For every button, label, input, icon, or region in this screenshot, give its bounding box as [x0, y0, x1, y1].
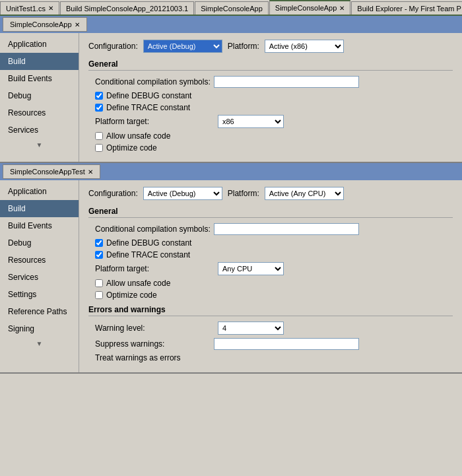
panel1-header: SimpleConsoleApp ✕ [0, 16, 462, 33]
sidebar-item-debug[interactable]: Debug [0, 87, 79, 104]
tab-label: Build Explorer - My First Team P [357, 5, 461, 13]
sidebar2-item-build[interactable]: Build [0, 200, 79, 217]
panel2-allow-unsafe-label: Allow unsafe code [106, 279, 170, 288]
panel1-platform-target-select[interactable]: x86 [218, 115, 284, 128]
tab-simpleconsoleapp[interactable]: SimpleConsoleApp [195, 1, 269, 15]
tab-build-simpleconsole[interactable]: Build SimpleConsoleApp_20121003.1 [60, 1, 194, 15]
tab-label: SimpleConsoleApp [275, 4, 337, 12]
tab-close-active[interactable]: ✕ [339, 5, 345, 12]
panel2-define-trace-checkbox[interactable] [95, 251, 103, 259]
panel2-allow-unsafe-row: Allow unsafe code [88, 279, 453, 288]
panel2-conditional-symbols-input[interactable] [214, 223, 359, 235]
panel2-optimize-label: Optimize code [106, 290, 157, 300]
panel1-define-debug-label: Define DEBUG constant [106, 91, 191, 100]
panel2-conditional-symbols-row: Conditional compilation symbols: [88, 223, 453, 235]
sidebar2-item-build-events[interactable]: Build Events [0, 217, 79, 234]
panel2-general-header: General [88, 207, 453, 218]
sidebar-item-build-events[interactable]: Build Events [0, 70, 79, 87]
panel2-tab[interactable]: SimpleConsoleAppTest ✕ [3, 164, 100, 179]
sidebar-item-build[interactable]: Build [0, 53, 79, 70]
panel1-general-header: General [88, 59, 453, 71]
panel2-define-trace-label: Define TRACE constant [106, 250, 190, 259]
panel1-conditional-symbols-input[interactable] [214, 76, 359, 88]
panel2-config-select[interactable]: Active (Debug) [143, 187, 222, 200]
sidebar2-item-debug[interactable]: Debug [0, 234, 79, 252]
sidebar2-item-signing[interactable]: Signing [0, 320, 79, 337]
panel2-sidebar: Application Build Build Events Debug Res… [0, 180, 79, 372]
panel1-conditional-symbols-label: Conditional compilation symbols: [95, 77, 214, 86]
panel2-optimize-row: Optimize code [88, 290, 453, 300]
panel1-tab-label: SimpleConsoleApp [10, 20, 72, 28]
panel2-platform-target-select[interactable]: Any CPU [218, 262, 284, 275]
panel1-conditional-symbols-row: Conditional compilation symbols: [88, 76, 453, 88]
panel2-errors-header: Errors and warnings [88, 305, 453, 316]
panel2-optimize-checkbox[interactable] [95, 291, 103, 299]
panel2-treat-warnings-label: Treat warnings as errors [95, 353, 214, 362]
sidebar2-item-resources[interactable]: Resources [0, 252, 79, 269]
panel2-content: Application Build Build Events Debug Res… [0, 180, 462, 372]
panel2-errors-section: Errors and warnings Warning level: 4 Sup… [88, 305, 453, 362]
panel2-platform-target-label: Platform target: [95, 264, 214, 273]
panel1-optimize-row: Optimize code [88, 143, 453, 153]
panel1-allow-unsafe-checkbox[interactable] [95, 132, 103, 140]
panel2-header: SimpleConsoleAppTest ✕ [0, 163, 462, 180]
panel1-config-row: Configuration: Active (Debug) Platform: … [88, 40, 453, 53]
sidebar2-item-settings[interactable]: Settings [0, 286, 79, 303]
tab-close-unittest1[interactable]: ✕ [48, 5, 53, 12]
panel1-config-label: Configuration: [88, 42, 138, 51]
panel1-config-select[interactable]: Active (Debug) [143, 40, 222, 53]
panel1-optimize-checkbox[interactable] [95, 144, 103, 152]
panel2-warning-level-row: Warning level: 4 [88, 322, 453, 335]
panel1-tab[interactable]: SimpleConsoleApp ✕ [3, 17, 87, 32]
panel1-platform-target-label: Platform target: [95, 117, 214, 126]
panel2-define-debug-label: Define DEBUG constant [106, 238, 191, 248]
panel1-define-debug-checkbox[interactable] [95, 92, 103, 100]
tab-label: UnitTest1.cs [6, 5, 46, 13]
panel1-define-debug-row: Define DEBUG constant [88, 91, 453, 100]
panel2-platform-select[interactable]: Active (Any CPU) [265, 187, 344, 200]
panel2-suppress-warnings-input[interactable] [214, 338, 359, 350]
panel2-config-label: Configuration: [88, 189, 138, 198]
panel1-define-trace-checkbox[interactable] [95, 104, 103, 112]
panel2-define-debug-row: Define DEBUG constant [88, 238, 453, 248]
sidebar-arrow-down: ▼ [0, 139, 79, 151]
panel1-sidebar: Application Build Build Events Debug Res… [0, 33, 79, 162]
panel1-define-trace-label: Define TRACE constant [106, 103, 190, 112]
panel-simpleconsoleapptest: SimpleConsoleAppTest ✕ Application Build… [0, 163, 462, 374]
panel1-content: Application Build Build Events Debug Res… [0, 33, 462, 162]
tab-bar: UnitTest1.cs ✕ Build SimpleConsoleApp_20… [0, 0, 462, 16]
panel1-allow-unsafe-label: Allow unsafe code [106, 131, 170, 141]
panel2-allow-unsafe-checkbox[interactable] [95, 279, 103, 287]
panel2-platform-target-row: Platform target: Any CPU [88, 262, 453, 275]
tab-label: SimpleConsoleApp [201, 5, 263, 13]
panel1-close-icon[interactable]: ✕ [75, 21, 80, 28]
panel2-platform-label: Platform: [228, 189, 259, 198]
panel1-optimize-label: Optimize code [106, 143, 157, 153]
panel1-platform-label: Platform: [228, 42, 259, 51]
panel2-suppress-warnings-row: Suppress warnings: [88, 338, 453, 350]
tab-simpleconsoleapp-active[interactable]: SimpleConsoleApp ✕ [269, 0, 351, 15]
tab-unittest1[interactable]: UnitTest1.cs ✕ [0, 1, 59, 15]
panel2-define-debug-checkbox[interactable] [95, 239, 103, 247]
panel1-define-trace-row: Define TRACE constant [88, 103, 453, 112]
panel2-close-icon[interactable]: ✕ [88, 168, 93, 176]
panel-simpleconsoleapp: SimpleConsoleApp ✕ Application Build Bui… [0, 16, 462, 163]
sidebar-item-services[interactable]: Services [0, 121, 79, 139]
panel1-settings: Configuration: Active (Debug) Platform: … [79, 33, 462, 162]
panel1-platform-target-row: Platform target: x86 [88, 115, 453, 128]
panel2-define-trace-row: Define TRACE constant [88, 250, 453, 259]
sidebar2-item-reference-paths[interactable]: Reference Paths [0, 303, 79, 320]
tab-build-explorer[interactable]: Build Explorer - My First Team P [351, 1, 462, 15]
panel1-platform-select[interactable]: Active (x86) [265, 40, 344, 53]
panel1-allow-unsafe-row: Allow unsafe code [88, 131, 453, 141]
sidebar-item-resources[interactable]: Resources [0, 104, 79, 121]
panel2-suppress-warnings-label: Suppress warnings: [95, 339, 214, 349]
sidebar-item-application[interactable]: Application [0, 36, 79, 53]
sidebar2-arrow-down: ▼ [0, 337, 79, 350]
panel2-tab-label: SimpleConsoleAppTest [10, 168, 85, 176]
panel2-warning-level-label: Warning level: [95, 323, 214, 333]
panel2-warning-level-select[interactable]: 4 [218, 322, 284, 335]
sidebar2-item-application[interactable]: Application [0, 183, 79, 200]
panel2-treat-warnings-row: Treat warnings as errors [88, 353, 453, 362]
sidebar2-item-services[interactable]: Services [0, 269, 79, 286]
